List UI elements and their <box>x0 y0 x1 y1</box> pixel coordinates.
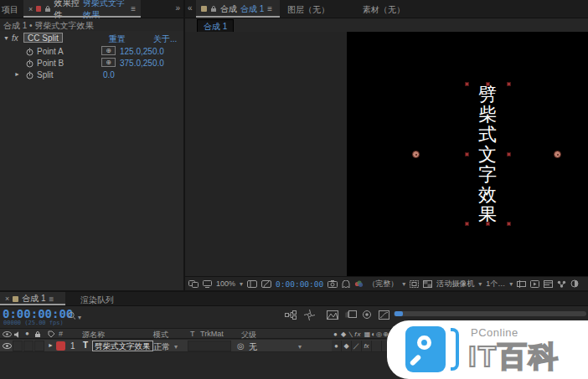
layer-visibility-eye-icon[interactable] <box>3 343 12 349</box>
selection-handle[interactable] <box>507 222 511 226</box>
trkmat-column-header[interactable]: TrkMat <box>200 330 224 338</box>
effect-point-b[interactable] <box>554 151 561 158</box>
layer-label-color-chip[interactable] <box>56 341 65 351</box>
chevron-down-icon[interactable]: ▾ <box>298 343 302 351</box>
param-value[interactable]: 125.0,250.0 <box>120 47 164 56</box>
tab-composition[interactable]: 合成 合成 1 ≡ <box>196 0 280 18</box>
stopwatch-icon[interactable] <box>26 48 34 56</box>
draft-3d-icon[interactable] <box>304 310 315 320</box>
viewer-timecode[interactable]: 0:00:00:00 <box>276 279 323 289</box>
audio-toggle-cell[interactable] <box>13 341 23 351</box>
chevron-down-icon[interactable]: ▾ <box>509 280 513 288</box>
search-icon[interactable] <box>67 311 78 320</box>
param-value[interactable]: 0.0 <box>103 70 115 79</box>
selection-handle[interactable] <box>507 152 511 156</box>
effect-point-a[interactable] <box>412 151 420 158</box>
composition-viewport[interactable]: 劈 柴 式 文 字 效 果 <box>185 32 588 276</box>
mask-visibility-icon[interactable] <box>261 280 271 288</box>
pixel-aspect-icon[interactable] <box>517 280 526 288</box>
selection-handle[interactable] <box>465 82 469 86</box>
show-snapshot-icon[interactable] <box>342 280 350 288</box>
search-chevron-icon[interactable]: ▾ <box>78 314 81 321</box>
time-navigator-handle[interactable] <box>395 311 403 316</box>
graph-editor-icon[interactable] <box>379 310 389 320</box>
solo-icon[interactable]: ● <box>25 330 29 337</box>
expander-icon[interactable]: ▼ <box>3 35 9 41</box>
blend-mode-select[interactable]: 正常 <box>153 341 170 353</box>
exposure-icon[interactable] <box>570 279 579 288</box>
current-timecode[interactable]: 0:00:00:00 <box>3 307 73 320</box>
parent-pickwhip-icon[interactable]: ◎ <box>237 341 245 351</box>
tab-render-queue[interactable]: 渲染队列 <box>80 294 114 306</box>
quality-switch[interactable]: ／ <box>352 341 362 351</box>
time-navigator-bar[interactable] <box>394 311 586 316</box>
chevron-down-icon[interactable]: ▾ <box>240 280 243 288</box>
frame-blend-switch[interactable] <box>372 341 382 351</box>
effects-switch[interactable]: fx <box>362 341 372 351</box>
camera-view-select[interactable]: 活动摄像机 <box>436 279 474 289</box>
expander-icon[interactable]: ► <box>14 71 20 77</box>
layer-row[interactable]: ► 1 T 劈柴式文字效果 正常 ▾ ◎ 无 ▾ ● ◆ ／ fx <box>0 340 390 352</box>
tab-effect-controls[interactable]: × 效果控件 劈柴式文字效果 ≡ <box>23 0 141 18</box>
panel-menu-icon[interactable]: ≡ <box>131 4 136 13</box>
timeline-button-icon[interactable] <box>544 280 553 288</box>
lock-icon[interactable] <box>34 330 41 338</box>
about-link[interactable]: 关于... <box>153 33 177 45</box>
selection-handle[interactable] <box>507 82 511 86</box>
chevron-down-icon[interactable]: ▾ <box>174 343 178 351</box>
close-icon[interactable]: × <box>28 5 33 13</box>
index-column-header[interactable]: # <box>59 330 63 338</box>
reset-link[interactable]: 重置 <box>109 33 126 45</box>
layer-expander-icon[interactable]: ► <box>48 342 54 348</box>
stopwatch-icon[interactable] <box>26 59 34 68</box>
shy-switch[interactable]: ● <box>332 341 342 351</box>
tab-project[interactable]: 项目 <box>2 4 18 16</box>
magnification-value[interactable]: 100% <box>216 279 235 288</box>
tab-layer[interactable]: 图层（无） <box>287 4 329 16</box>
tab-overflow-left-icon[interactable]: « <box>188 3 193 13</box>
trkmat-cell[interactable] <box>188 341 231 351</box>
lock-toggle-cell[interactable] <box>34 341 44 351</box>
label-column-icon[interactable] <box>48 330 55 338</box>
tab-overflow-icon[interactable]: » <box>175 3 180 13</box>
solo-toggle-cell[interactable] <box>23 341 34 351</box>
video-visibility-icon[interactable] <box>3 331 12 337</box>
fast-preview-icon[interactable] <box>530 280 539 288</box>
snapshot-camera-icon[interactable] <box>328 280 338 288</box>
active-tab-underline <box>23 16 141 18</box>
param-value[interactable]: 375.0,250.0 <box>120 59 164 68</box>
selection-handle[interactable] <box>465 222 469 226</box>
channel-settings-icon[interactable] <box>354 280 364 288</box>
stopwatch-icon[interactable] <box>26 71 34 79</box>
panel-menu-icon[interactable]: ≡ <box>49 294 54 304</box>
selection-handle[interactable] <box>486 222 490 226</box>
effect-point-button[interactable]: ⊕ <box>101 46 116 55</box>
resolution-select[interactable]: （完整） <box>368 279 398 289</box>
selection-handle[interactable] <box>465 152 469 156</box>
mini-flowchart-icon[interactable] <box>285 310 297 320</box>
grid-options-icon[interactable] <box>247 280 257 288</box>
panel-menu-icon[interactable]: ≡ <box>267 4 272 13</box>
close-icon[interactable]: × <box>5 294 9 303</box>
view-layout-icon[interactable] <box>188 280 199 288</box>
monitor-icon[interactable] <box>203 280 212 288</box>
auto-keyframe-icon[interactable] <box>362 310 372 320</box>
flowchart-button-icon[interactable] <box>557 280 566 288</box>
effect-name[interactable]: CC Split <box>23 33 63 43</box>
region-of-interest-icon[interactable] <box>410 280 419 288</box>
comp-text-layer[interactable]: 劈 柴 式 文 字 效 果 <box>476 85 499 225</box>
chevron-down-icon[interactable]: ▾ <box>478 280 482 288</box>
transparency-grid-icon[interactable] <box>423 280 432 288</box>
collapse-switch[interactable]: ◆ <box>342 341 352 351</box>
tab-footage[interactable]: 素材（无） <box>363 4 405 16</box>
frame-blend-icon[interactable] <box>327 310 338 320</box>
view-count-select[interactable]: 1个… <box>486 279 505 289</box>
t-column-header[interactable]: T <box>190 330 195 338</box>
motion-blur-icon[interactable] <box>345 310 357 320</box>
chevron-down-icon[interactable]: ▾ <box>402 280 405 288</box>
parent-select[interactable]: 无 <box>249 341 257 353</box>
audio-icon[interactable] <box>14 331 22 338</box>
selection-handle[interactable] <box>486 82 490 86</box>
effect-point-button[interactable]: ⊕ <box>101 58 116 67</box>
layer-name-field[interactable]: 劈柴式文字效果 <box>92 341 153 351</box>
